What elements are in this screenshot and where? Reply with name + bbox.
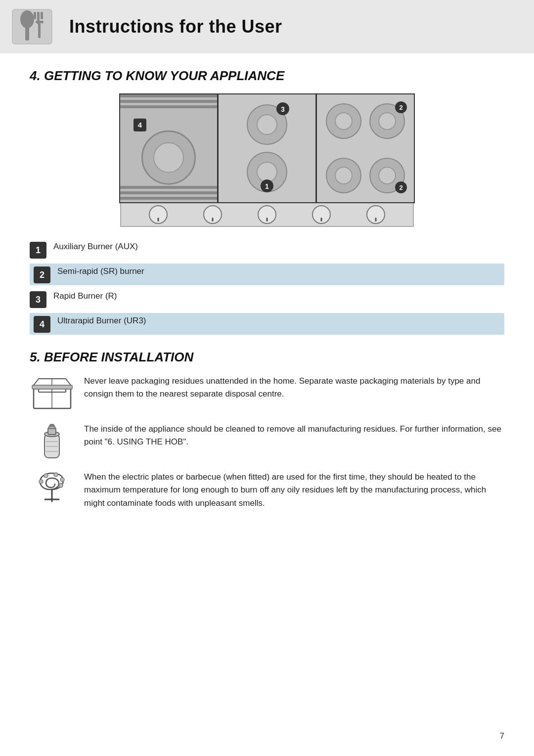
knob1-outer (149, 205, 168, 224)
burner1-badge-wrap: 1 (261, 179, 273, 194)
burner-br-wrap: 2 (369, 158, 405, 193)
install-item-2: The inside of the appliance should be cl… (30, 423, 504, 460)
burner3-inner (257, 114, 277, 135)
badge4-svg: 4 (134, 118, 146, 132)
burner-tl (326, 103, 361, 139)
legend-badge-3: 3 (30, 291, 46, 308)
legend-item-3: 3 Rapid Burner (R) (30, 290, 504, 308)
svg-point-34 (44, 474, 48, 478)
top-lines (120, 94, 217, 111)
badge2a-wrap: 2 (395, 101, 407, 115)
knob3-marker (267, 218, 268, 222)
legend-item-2: 2 Semi-rapid (SR) burner (30, 264, 504, 285)
burner-tr-wrap: 2 (369, 103, 405, 139)
svg-rect-2 (25, 27, 29, 41)
burner4-inner (153, 142, 184, 173)
legend-item-1: 1 Auxiliary Burner (AUX) (30, 241, 504, 259)
knob-5 (366, 205, 385, 224)
burner-legend: 1 Auxiliary Burner (AUX) 2 Semi-rapid (S… (30, 241, 504, 335)
knob3-outer (258, 205, 276, 224)
knob4-outer (312, 205, 331, 224)
legend-badge-4: 4 (34, 316, 50, 333)
page-title: Instructions for the User (69, 16, 282, 37)
burner-bl-inner (335, 167, 353, 184)
burner1-outer: 1 (247, 152, 287, 192)
top-line-2 (120, 100, 217, 103)
badge2b-wrap: 2 (395, 181, 407, 195)
burner-bl-wrap (326, 158, 361, 193)
bottom-line-3 (120, 197, 217, 200)
svg-text:2: 2 (399, 104, 402, 111)
knob5-marker (375, 218, 377, 222)
burner4-outer (141, 131, 196, 185)
knob-2 (203, 205, 222, 224)
canister-svg (37, 423, 67, 460)
legend-text-4: Ultrarapid Burner (UR3) (57, 315, 146, 327)
knob2-marker (212, 218, 214, 222)
burner-tl-wrap (326, 103, 361, 139)
knobs-row (120, 203, 414, 227)
svg-text:2: 2 (399, 184, 402, 191)
badge3-svg: 3 (276, 102, 289, 115)
svg-point-1 (20, 10, 34, 28)
install-text-1: Never leave packaging residues unattende… (84, 375, 504, 401)
badge2b-svg: 2 (395, 181, 407, 193)
burner4-wrap: 4 (141, 119, 196, 185)
panel-mid: 3 1 (219, 94, 315, 202)
svg-rect-27 (50, 424, 54, 426)
burner-tr: 2 (369, 103, 405, 139)
badge1-svg: 1 (261, 179, 273, 192)
legend-badge-1: 1 (30, 242, 46, 259)
svg-rect-4 (34, 12, 36, 19)
section5-heading: 5. BEFORE INSTALLATION (30, 350, 504, 365)
install-text-3: When the electric plates or barbecue (wh… (84, 471, 504, 510)
knob-3 (258, 205, 276, 224)
bottom-line-1 (120, 186, 217, 189)
legend-badge-2: 2 (34, 267, 50, 283)
burner-bl (326, 158, 361, 193)
svg-point-35 (54, 473, 58, 477)
knob4-marker (321, 218, 322, 222)
burner-br-inner (378, 167, 396, 184)
bottom-line-2 (120, 191, 217, 194)
install-item-3: When the electric plates or barbecue (wh… (30, 471, 504, 510)
panel-right: 2 (317, 94, 414, 202)
section4-heading: 4. GETTING TO KNOW YOUR APPLIANCE (30, 68, 504, 84)
svg-rect-23 (44, 434, 59, 458)
install-text-2: The inside of the appliance should be cl… (84, 423, 504, 449)
svg-rect-7 (38, 23, 41, 38)
svg-rect-5 (41, 12, 43, 19)
knob2-outer (203, 205, 222, 224)
knob-1 (149, 205, 168, 224)
header: Instructions for the User (0, 0, 534, 53)
svg-rect-21 (32, 385, 72, 389)
box-icon (30, 375, 74, 412)
badge2a-svg: 2 (395, 101, 407, 113)
top-line-3 (120, 105, 217, 108)
svg-point-33 (39, 480, 43, 484)
heating-coil-icon (30, 471, 74, 508)
burner-br: 2 (369, 158, 405, 193)
legend-text-3: Rapid Burner (R) (53, 290, 117, 302)
legend-item-4: 4 Ultrarapid Burner (UR3) (30, 313, 504, 335)
knob1-marker (158, 218, 159, 222)
burner3-outer: 3 (247, 104, 287, 145)
burner1-wrap: 1 (247, 152, 287, 192)
panels-row: 4 (119, 93, 415, 203)
bottom-lines (120, 186, 217, 202)
legend-text-2: Semi-rapid (SR) burner (57, 266, 144, 277)
main-content: 4. GETTING TO KNOW YOUR APPLIANCE (0, 53, 534, 540)
install-item-1: Never leave packaging residues unattende… (30, 375, 504, 412)
page-number: 7 (500, 731, 504, 741)
burner3-wrap: 3 (247, 104, 287, 145)
burner-tl-inner (335, 112, 353, 130)
knob5-outer (366, 205, 385, 224)
coil-svg (31, 471, 73, 508)
burner4-badge: 4 (134, 119, 146, 132)
svg-text:4: 4 (138, 121, 142, 129)
knob-4 (312, 205, 331, 224)
svg-point-36 (60, 478, 64, 482)
section5: 5. BEFORE INSTALLATION Never leave packa… (30, 350, 504, 510)
burner3-badge-wrap: 3 (276, 102, 289, 117)
burner-tr-inner (378, 112, 396, 130)
